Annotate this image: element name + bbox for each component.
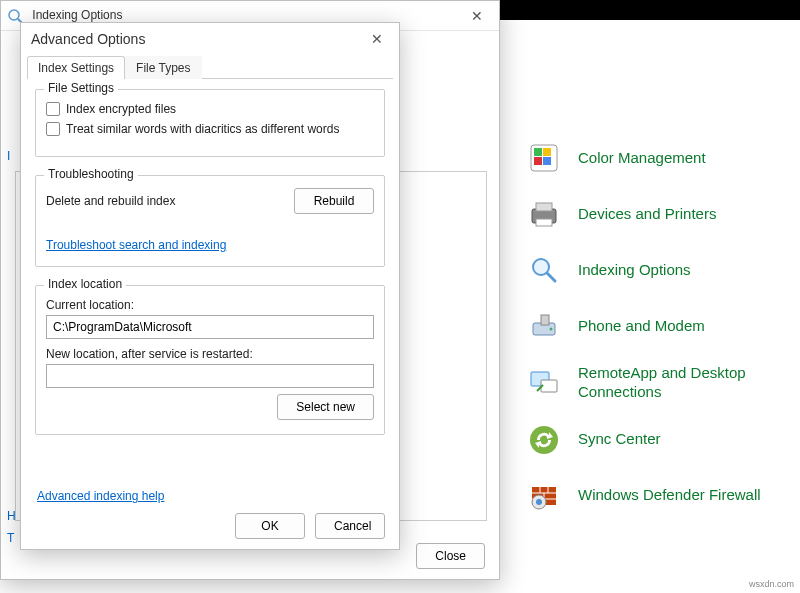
svg-rect-1 (534, 148, 542, 156)
cp-label: Indexing Options (578, 261, 691, 280)
svg-line-9 (547, 273, 555, 281)
devices-printers-icon (526, 196, 562, 232)
select-new-button[interactable]: Select new (277, 394, 374, 420)
cp-label: Sync Center (578, 430, 661, 449)
cp-item-defender-firewall[interactable]: Windows Defender Firewall (508, 468, 800, 524)
ok-button[interactable]: OK (235, 513, 305, 539)
svg-point-15 (530, 426, 558, 454)
color-management-icon (526, 140, 562, 176)
watermark: wsxdn.com (749, 579, 794, 589)
close-icon[interactable]: ✕ (465, 8, 489, 24)
advanced-options-dialog: Advanced Options ✕ Index Settings File T… (20, 22, 400, 550)
new-location-label: New location, after service is restarted… (46, 347, 374, 361)
svg-point-24 (9, 10, 19, 20)
svg-point-23 (536, 499, 542, 505)
current-location-label: Current location: (46, 298, 374, 312)
cp-label: Devices and Printers (578, 205, 716, 224)
troubleshoot-search-link[interactable]: Troubleshoot search and indexing (46, 238, 226, 252)
cp-label: Phone and Modem (578, 317, 705, 336)
close-button[interactable]: Close (416, 543, 485, 569)
cp-item-phone-modem[interactable]: Phone and Modem (508, 298, 800, 354)
firewall-icon (526, 478, 562, 514)
indexing-options-icon (526, 252, 562, 288)
cp-label: Windows Defender Firewall (578, 486, 761, 505)
svg-rect-6 (536, 203, 552, 211)
delete-rebuild-label: Delete and rebuild index (46, 194, 175, 208)
tab-file-types[interactable]: File Types (125, 56, 201, 79)
cp-item-sync-center[interactable]: Sync Center (508, 412, 800, 468)
truncated-label-i: I (7, 149, 10, 163)
svg-rect-7 (536, 219, 552, 226)
tab-index-settings[interactable]: Index Settings (27, 56, 125, 79)
cp-item-remoteapp[interactable]: RemoteApp and Desktop Connections (508, 354, 800, 412)
label-diacritics: Treat similar words with diacritics as d… (66, 122, 339, 136)
indexing-title: Indexing Options (32, 8, 122, 22)
advanced-indexing-help-link[interactable]: Advanced indexing help (37, 489, 164, 503)
close-icon[interactable]: ✕ (365, 31, 389, 47)
troubleshooting-legend: Troubleshooting (44, 167, 138, 181)
cp-label: Color Management (578, 149, 706, 168)
index-location-legend: Index location (44, 277, 126, 291)
file-settings-group: File Settings Index encrypted files Trea… (35, 89, 385, 157)
truncated-link-h[interactable]: H (7, 509, 16, 523)
sync-center-icon (526, 422, 562, 458)
svg-rect-3 (534, 157, 542, 165)
svg-rect-2 (543, 148, 551, 156)
label-index-encrypted: Index encrypted files (66, 102, 176, 116)
control-panel-list: Color Management Devices and Printers In… (508, 20, 800, 593)
troubleshooting-group: Troubleshooting Delete and rebuild index… (35, 175, 385, 267)
cancel-button[interactable]: Cancel (315, 513, 385, 539)
phone-modem-icon (526, 308, 562, 344)
advanced-footer: OK Cancel (235, 513, 385, 539)
svg-point-12 (550, 328, 553, 331)
rebuild-button[interactable]: Rebuild (294, 188, 374, 214)
advanced-titlebar[interactable]: Advanced Options ✕ (21, 23, 399, 55)
remoteapp-icon (526, 365, 562, 401)
cp-item-color-management[interactable]: Color Management (508, 130, 800, 186)
indexing-footer: Close (416, 543, 485, 569)
tab-content: File Settings Index encrypted files Trea… (21, 79, 399, 435)
index-location-group: Index location Current location: New loc… (35, 285, 385, 435)
tab-strip: Index Settings File Types (27, 55, 393, 79)
svg-rect-4 (543, 157, 551, 165)
new-location-input[interactable] (46, 364, 374, 388)
checkbox-diacritics[interactable] (46, 122, 60, 136)
file-settings-legend: File Settings (44, 81, 118, 95)
cp-item-devices-printers[interactable]: Devices and Printers (508, 186, 800, 242)
svg-rect-11 (541, 315, 549, 325)
advanced-title: Advanced Options (31, 31, 145, 47)
truncated-link-t[interactable]: T (7, 531, 14, 545)
cp-item-indexing-options[interactable]: Indexing Options (508, 242, 800, 298)
checkbox-index-encrypted[interactable] (46, 102, 60, 116)
current-location-input[interactable] (46, 315, 374, 339)
cp-label: RemoteApp and Desktop Connections (578, 364, 786, 402)
